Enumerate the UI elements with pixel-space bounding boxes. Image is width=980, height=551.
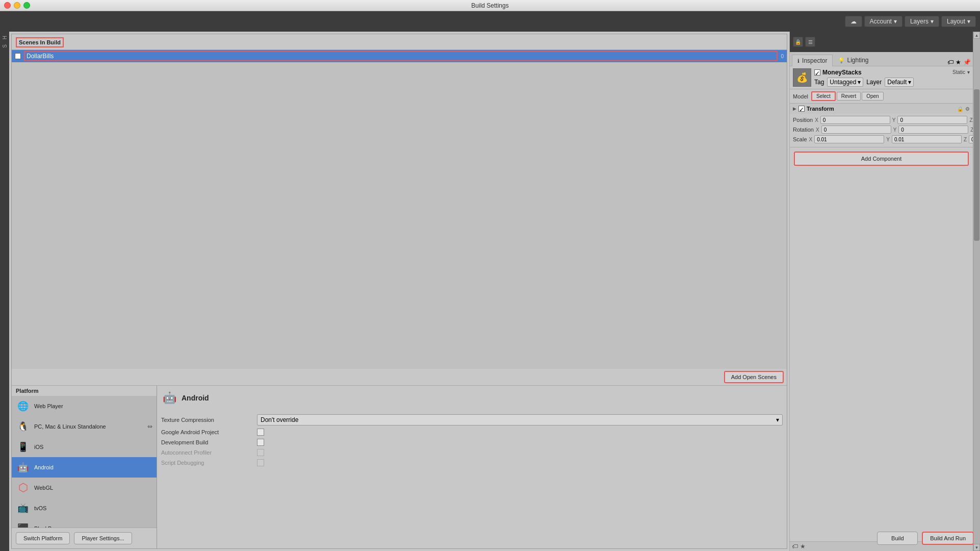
minimize-button[interactable]	[14, 2, 20, 9]
scale-y-input[interactable]	[892, 135, 962, 143]
tag-layer-row: Tag Untagged ▾ Layer Default ▾	[814, 78, 970, 87]
position-y-input[interactable]	[897, 116, 967, 124]
inspector-star-icon[interactable]: ★	[956, 59, 961, 66]
tag-dropdown[interactable]: Untagged ▾	[827, 78, 863, 87]
platform-item-webgl[interactable]: ⬡ WebGL	[12, 478, 157, 498]
tag-bottom-icon[interactable]: 🏷	[792, 543, 798, 550]
rotation-label: Rotation	[793, 127, 814, 133]
platform-settings-panel: 🤖 Android Texture Compression Don't over…	[157, 386, 787, 548]
development-build-checkbox[interactable]	[257, 439, 264, 446]
tag-arrow-icon: ▾	[858, 79, 861, 86]
main-layout: H S Scenes In Build ✓ DollarBills 0 Add …	[0, 32, 980, 551]
scenes-in-build-header: Scenes In Build	[12, 34, 787, 50]
add-open-scenes-button[interactable]: Add Open Scenes	[724, 371, 784, 383]
star-bottom-icon[interactable]: ★	[800, 543, 806, 550]
google-android-checkbox[interactable]	[257, 429, 264, 436]
layout-dropdown[interactable]: Layout ▾	[941, 16, 976, 27]
android-label: Android	[34, 464, 54, 470]
position-z-axis: Z	[969, 117, 972, 123]
account-label: Account	[870, 18, 892, 25]
build-left-buttons: Switch Platform Player Settings...	[16, 532, 132, 544]
platform-item-tvos[interactable]: 📺 tvOS	[12, 498, 157, 518]
inspector-lock-pin-icon[interactable]: 📌	[963, 59, 971, 66]
rotation-y-axis: Y	[893, 127, 897, 133]
scroll-track[interactable]	[973, 39, 980, 544]
platform-item-android[interactable]: 🤖 Android	[12, 457, 157, 478]
transform-settings-icon[interactable]: ⚙	[965, 106, 970, 112]
inspector-lock-icon[interactable]: 🔒	[793, 37, 803, 47]
static-dropdown[interactable]: ▾	[967, 69, 970, 75]
web-player-label: Web Player	[34, 403, 63, 409]
revert-button[interactable]: Revert	[837, 92, 861, 101]
transform-arrow-icon: ▶	[793, 106, 796, 111]
webgl-label: WebGL	[34, 485, 53, 491]
platform-list-scroll[interactable]: 🌐 Web Player 🐧 PC, Mac & Linux Standalon…	[12, 396, 157, 528]
transform-checkbox[interactable]: ✓	[798, 106, 805, 112]
position-x-axis: X	[815, 117, 818, 123]
inspector-content: 💰 ✓ MoneyStacks Static ▾ Tag Untagged ▾	[790, 66, 973, 541]
scroll-down-arrow[interactable]: ▼	[973, 544, 980, 551]
platform-item-web-player[interactable]: 🌐 Web Player	[12, 396, 157, 416]
scene-tab[interactable]: S	[1, 42, 9, 50]
scale-z-input[interactable]	[969, 135, 973, 143]
script-debugging-label: Script Debugging	[161, 460, 253, 466]
cloud-button[interactable]: ☁	[845, 16, 862, 27]
android-settings-icon: 🤖	[161, 390, 177, 406]
transform-title: Transform	[807, 106, 955, 112]
lighting-icon: 💡	[838, 58, 844, 63]
right-scrollbar[interactable]: ▲ ▼	[973, 32, 980, 551]
account-dropdown[interactable]: Account ▾	[864, 16, 902, 27]
tab-inspector[interactable]: ℹ Inspector	[792, 55, 833, 66]
inspector-tag-icon[interactable]: 🏷	[947, 59, 953, 66]
left-sidebar-strip: H S	[0, 32, 9, 551]
scale-row: Scale X Y Z	[793, 135, 970, 143]
rotation-y-input[interactable]	[898, 126, 968, 134]
platform-item-blackberry[interactable]: ⬛ BlackBerry	[12, 518, 157, 528]
build-settings-dialog: Scenes In Build ✓ DollarBills 0 Add Open…	[11, 34, 787, 549]
pc-mac-label: PC, Mac & Linux Standalone	[34, 423, 106, 430]
open-button[interactable]: Open	[862, 92, 883, 101]
ios-icon: 📱	[16, 440, 30, 454]
object-name: MoneyStacks	[822, 69, 862, 76]
scene-item[interactable]: ✓ DollarBills 0	[12, 50, 787, 62]
select-button[interactable]: Select	[811, 91, 836, 101]
script-debugging-row: Script Debugging	[161, 459, 783, 466]
transform-header[interactable]: ▶ ✓ Transform 🔒 ⚙	[790, 104, 973, 114]
top-toolbar: ☁ Account ▾ Layers ▾ Layout ▾	[0, 11, 980, 32]
position-label: Position	[793, 117, 813, 123]
title-bar: Build Settings	[0, 0, 980, 11]
inspector-tab-label: Inspector	[802, 57, 827, 64]
inspector-menu-icon[interactable]: ☰	[805, 37, 815, 47]
platform-header-label: Platform	[12, 386, 157, 396]
hierarchy-tab[interactable]: H	[1, 34, 9, 41]
layer-label: Layer	[866, 79, 882, 86]
texture-compression-value: Don't override	[261, 416, 298, 423]
object-name-row: ✓ MoneyStacks Static ▾	[814, 69, 970, 76]
layer-dropdown[interactable]: Default ▾	[885, 78, 914, 87]
android-settings-title: Android	[182, 394, 209, 402]
scroll-up-arrow[interactable]: ▲	[973, 32, 980, 39]
script-debugging-checkbox[interactable]	[257, 459, 264, 466]
scroll-thumb[interactable]	[974, 89, 979, 241]
maximize-button[interactable]	[23, 2, 30, 9]
switch-platform-button[interactable]: Switch Platform	[16, 532, 70, 544]
layers-dropdown[interactable]: Layers ▾	[905, 16, 939, 27]
inspector-tabs: ℹ Inspector 💡 Lighting 🏷 ★ 📌	[790, 52, 973, 66]
scale-x-input[interactable]	[814, 135, 884, 143]
scene-checkbox[interactable]: ✓	[15, 53, 21, 59]
add-component-button[interactable]: Add Component	[794, 152, 969, 166]
scene-name: DollarBills	[24, 51, 778, 61]
autoconnect-checkbox[interactable]	[257, 449, 264, 456]
webgl-icon: ⬡	[16, 481, 30, 495]
player-settings-button[interactable]: Player Settings...	[74, 532, 132, 544]
texture-compression-dropdown[interactable]: Don't override ▾	[257, 414, 783, 425]
platform-item-ios[interactable]: 📱 iOS	[12, 437, 157, 457]
traffic-lights[interactable]	[4, 2, 30, 9]
position-x-input[interactable]	[820, 116, 890, 124]
tab-lighting[interactable]: 💡 Lighting	[833, 54, 874, 66]
close-button[interactable]	[4, 2, 11, 9]
object-active-checkbox[interactable]: ✓	[814, 69, 820, 76]
platform-item-pc-mac[interactable]: 🐧 PC, Mac & Linux Standalone ⇔	[12, 416, 157, 437]
web-player-icon: 🌐	[16, 399, 30, 413]
rotation-x-input[interactable]	[821, 126, 891, 134]
